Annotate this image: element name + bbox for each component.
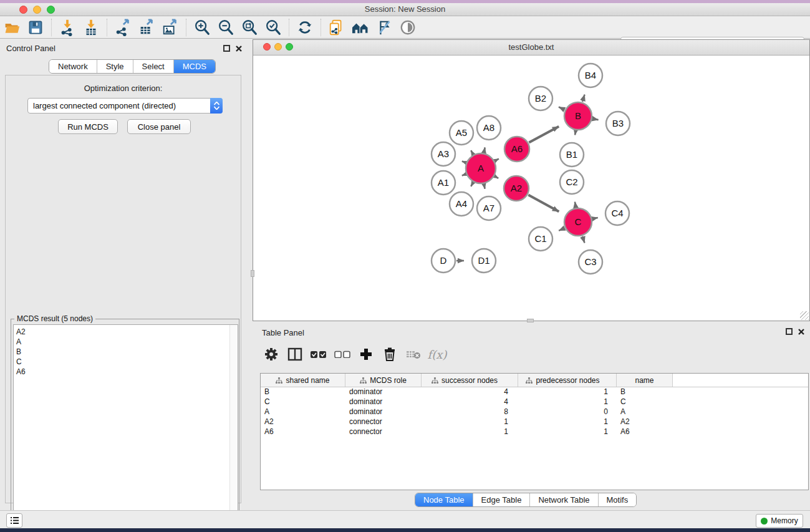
node-C4[interactable]: C4 [605,201,629,225]
export-image-icon[interactable] [160,18,181,37]
column-header-predecessor-nodes[interactable]: predecessor nodes [518,374,617,387]
node-A7[interactable]: A7 [477,196,501,220]
import-network-icon[interactable] [57,18,78,37]
node-C2[interactable]: C2 [560,170,584,194]
mcds-result-item[interactable]: A2 [16,327,229,337]
select-all-icon[interactable] [309,346,328,363]
import-table-icon[interactable] [80,18,102,37]
edge-A-A7[interactable] [484,184,485,188]
mcds-result-item[interactable]: C [16,357,229,367]
edge-B-B4[interactable] [582,95,585,102]
tab-style[interactable]: Style [97,60,133,73]
tab-motifs[interactable]: Motifs [598,493,637,506]
optimization-criterion-dropdown[interactable]: largest connected component (directed) [27,98,223,114]
node-A6[interactable]: A6 [504,137,529,162]
tab-network[interactable]: Network [49,60,97,73]
close-window-button[interactable] [19,6,27,14]
table-settings-icon[interactable] [262,346,281,363]
node-B1[interactable]: B1 [560,143,584,167]
node-B4[interactable]: B4 [579,64,602,87]
node-A[interactable]: A [466,153,496,183]
minimize-window-button[interactable] [33,6,41,14]
export-table-icon[interactable] [136,18,157,37]
mcds-result-item[interactable]: B [16,347,229,357]
add-column-icon[interactable] [357,346,375,363]
tab-network-table[interactable]: Network Table [529,493,597,506]
zoom-in-icon[interactable] [191,18,213,37]
edge-A-A5[interactable] [471,150,473,154]
column-header-successor-nodes[interactable]: successor nodes [422,374,518,387]
export-network-icon[interactable] [112,18,133,37]
refresh-layout-icon[interactable] [294,18,316,37]
mcds-result-scrollbar[interactable] [229,325,238,531]
tab-node-table[interactable]: Node Table [415,493,473,506]
column-header-MCDS-role[interactable]: MCDS role [345,374,422,387]
node-C3[interactable]: C3 [579,250,602,274]
edge-C-C3[interactable] [582,236,584,243]
float-table-panel-icon[interactable] [786,328,793,335]
show-graphics-preview-icon[interactable] [397,18,418,37]
maximize-window-button[interactable] [47,6,55,14]
panel-divider-handle[interactable] [527,319,534,322]
hide-graphics-details-icon[interactable] [374,18,395,37]
mcds-result-item[interactable]: A6 [16,367,229,377]
mcds-result-item[interactable]: A [16,337,229,347]
table-row[interactable]: Adominator80A [261,407,808,417]
table-row[interactable]: Bdominator41B [261,387,808,397]
edge-C-C2[interactable] [575,202,576,208]
duplicate-network-icon[interactable] [326,18,347,37]
edge-B-B3[interactable] [593,118,599,120]
open-session-icon[interactable] [1,18,22,37]
edge-A-A2[interactable] [495,177,499,178]
run-mcds-button[interactable]: Run MCDS [58,119,118,134]
column-header-name[interactable]: name [617,374,673,387]
minimize-network-button[interactable] [274,43,282,51]
delete-column-icon[interactable] [380,346,399,363]
node-A5[interactable]: A5 [450,121,473,145]
edge-A6-B[interactable] [529,127,559,143]
panel-divider-handle[interactable] [251,270,254,277]
node-A4[interactable]: A4 [450,192,473,216]
edge-A-A4[interactable] [471,183,473,186]
edge-C-C1[interactable] [559,228,564,231]
tab-edge-table[interactable]: Edge Table [473,493,530,506]
memory-button[interactable]: Memory [756,514,803,528]
first-neighbors-icon[interactable] [350,18,371,37]
close-panel-button[interactable]: Close panel [127,119,191,134]
maximize-network-button[interactable] [286,43,293,51]
close-panel-icon[interactable] [235,45,243,52]
node-D[interactable]: D [432,249,455,273]
node-C1[interactable]: C1 [529,227,552,251]
edge-A-A3[interactable] [462,161,466,162]
edge-C-C4[interactable] [592,218,597,219]
network-canvas[interactable]: B4B2BB3A8A5A6B1A3AC2A1A2A4A7C4CC1DD1C3 [253,56,809,321]
close-table-panel-icon[interactable] [798,328,805,336]
tab-select[interactable]: Select [133,60,173,73]
node-B[interactable]: B [564,102,592,130]
task-history-button[interactable] [6,513,22,528]
zoom-selected-icon[interactable] [263,18,284,37]
zoom-out-icon[interactable] [215,18,236,37]
node-A1[interactable]: A1 [432,171,455,195]
column-header-shared-name[interactable]: shared name [261,374,345,387]
node-C[interactable]: C [564,208,592,236]
edge-B-B2[interactable] [559,107,564,110]
tab-mcds[interactable]: MCDS [173,60,215,73]
delete-table-icon[interactable] [404,346,423,363]
edge-B-B1[interactable] [575,131,576,135]
table-row[interactable]: A6connector11A6 [261,427,808,437]
edge-A-A6[interactable] [495,159,499,161]
deselect-all-icon[interactable] [333,346,352,363]
close-network-button[interactable] [263,43,271,51]
node-B2[interactable]: B2 [529,87,552,110]
zoom-fit-icon[interactable] [239,18,260,37]
node-A8[interactable]: A8 [477,116,501,140]
edge-A-A8[interactable] [484,147,485,152]
split-table-view-icon[interactable] [286,346,304,363]
edge-A2-C[interactable] [528,195,559,212]
node-A2[interactable]: A2 [504,176,529,201]
node-B3[interactable]: B3 [606,112,630,135]
table-row[interactable]: Cdominator41C [261,397,808,407]
window-resize-grip[interactable] [800,311,809,320]
edge-A-A1[interactable] [462,174,466,175]
